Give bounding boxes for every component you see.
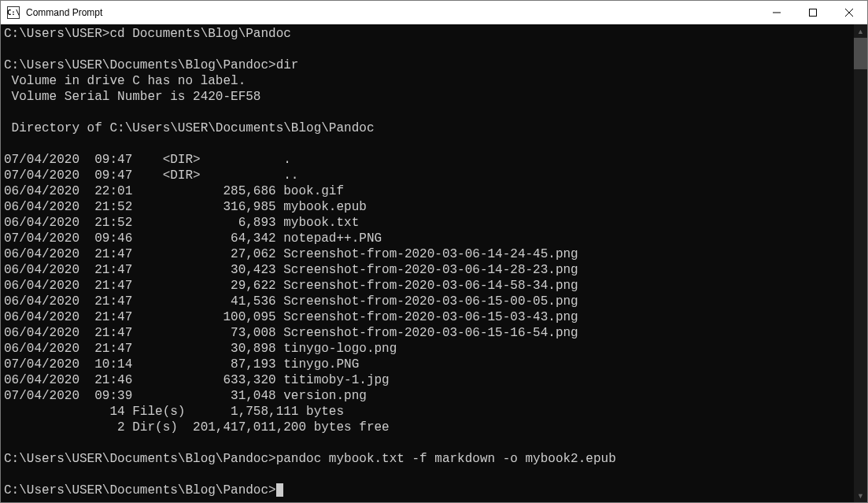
scroll-down-arrow-icon[interactable]: ▼ xyxy=(854,489,867,502)
scroll-thumb[interactable] xyxy=(854,38,867,69)
close-button[interactable] xyxy=(831,1,867,24)
vertical-scrollbar[interactable]: ▲ ▼ xyxy=(854,24,867,502)
minimize-icon xyxy=(773,9,781,17)
titlebar[interactable]: C:\ Command Prompt xyxy=(1,1,867,24)
cursor xyxy=(276,483,283,497)
scroll-up-arrow-icon[interactable]: ▲ xyxy=(854,24,867,38)
window-title: Command Prompt xyxy=(26,7,759,18)
window-controls xyxy=(759,1,867,24)
command-prompt-window: C:\ Command Prompt C:\Users\USER>cd Docu… xyxy=(0,0,868,503)
maximize-icon xyxy=(809,9,817,17)
svg-rect-1 xyxy=(810,9,817,16)
terminal-area: C:\Users\USER>cd Documents\Blog\Pandoc C… xyxy=(1,24,867,502)
close-icon xyxy=(845,9,853,17)
maximize-button[interactable] xyxy=(795,1,831,24)
current-prompt: C:\Users\USER\Documents\Blog\Pandoc> xyxy=(4,483,276,497)
terminal-output[interactable]: C:\Users\USER>cd Documents\Blog\Pandoc C… xyxy=(1,24,854,502)
minimize-button[interactable] xyxy=(759,1,795,24)
cmd-icon: C:\ xyxy=(7,6,20,19)
